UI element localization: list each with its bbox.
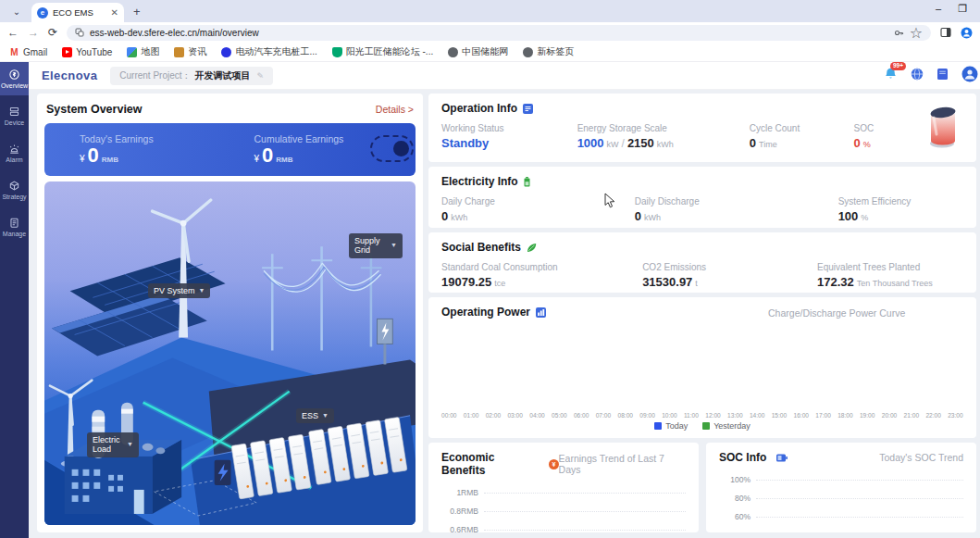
legend-today[interactable]: Today: [654, 421, 688, 431]
bookmark-youtube[interactable]: YouTube: [62, 47, 112, 57]
browser-tab[interactable]: e ECO EMS ✕: [31, 3, 124, 22]
coal-consumption-field: Standard Coal Consumption 19079.25tce: [441, 262, 642, 289]
url-text[interactable]: ess-web-dev.sfere-elec.cn/main/overview: [90, 28, 888, 38]
soc-field: SOC 0 %: [854, 123, 917, 150]
daily-discharge-field: Daily Discharge 0kWh: [635, 196, 838, 223]
blue-battery-icon: [776, 453, 788, 463]
today-color-swatch: [654, 422, 662, 430]
news-icon: [174, 47, 184, 57]
x-axis-tick: 22:00: [925, 412, 941, 419]
supply-grid-label[interactable]: Supply Grid ▼: [349, 233, 403, 258]
bookmark-cnesa[interactable]: 中国储能网: [448, 45, 508, 58]
details-link[interactable]: Details >: [376, 104, 414, 115]
chevron-down-icon: ▼: [199, 287, 205, 294]
field-label: Standard Coal Consumption: [441, 262, 642, 272]
x-axis-tick: 01:00: [464, 412, 479, 419]
sidebar-item-device[interactable]: Device: [0, 99, 29, 132]
field-unit: kWh: [644, 213, 661, 222]
sidebar-item-manage[interactable]: Manage: [0, 210, 29, 244]
pv-system-label[interactable]: PV System ▼: [148, 283, 210, 298]
alarm-icon: [8, 143, 20, 155]
earnings-unit: RMB: [102, 156, 118, 164]
tab-close-icon[interactable]: ✕: [111, 7, 118, 18]
baidu-icon: [221, 47, 231, 57]
y-axis-tick: 0.8RMB: [441, 507, 478, 516]
back-icon[interactable]: ←: [7, 26, 19, 39]
sidebar-item-overview[interactable]: Overview: [0, 62, 29, 95]
bookmark-newtab-page[interactable]: 新标签页: [523, 45, 574, 58]
power-unit: kW: [607, 140, 619, 149]
forward-icon[interactable]: →: [28, 26, 39, 39]
operating-power-title: Operating Power: [441, 306, 530, 319]
soc-chart-subtitle: Today's SOC Trend: [879, 452, 963, 463]
system-efficiency-field: System Efficiency 100%: [838, 196, 963, 223]
currency-symbol: ¥: [254, 154, 259, 164]
bookmark-label: 资讯: [188, 45, 206, 58]
browser-profile-avatar[interactable]: [961, 27, 973, 39]
field-label: Working Status: [441, 123, 577, 133]
bookmark-news[interactable]: 资讯: [174, 45, 206, 58]
window-restore-icon[interactable]: ❐: [958, 3, 967, 15]
economic-benefits-panel: Economic Benefits ¥ Earnings Trend of La…: [428, 443, 699, 532]
operation-info-title: Operation Info: [441, 102, 517, 115]
sidebar-item-label: Alarm: [6, 156, 22, 163]
field-unit: kWh: [451, 213, 467, 222]
field-label: Energy Storage Scale: [577, 123, 750, 133]
side-panel-icon[interactable]: [940, 27, 951, 38]
todays-earnings: Today's Earnings ¥ 0 RMB: [44, 133, 218, 166]
x-axis-tick: 04:00: [529, 412, 545, 419]
sidebar-item-label: Manage: [3, 231, 26, 237]
economic-chart-grid: 1RMB 0.8RMB 0.6RMB 0.4RMB: [441, 483, 686, 532]
sidebar-item-strategy[interactable]: Strategy: [0, 173, 29, 206]
current-project-selector[interactable]: Current Project： 开发调试项目 ✎: [110, 67, 273, 85]
social-benefits-panel: Social Benefits Standard Coal Consumptio…: [428, 232, 976, 293]
manage-icon: [8, 217, 20, 229]
tab-search-chevron-icon[interactable]: ⌄: [7, 2, 26, 20]
y-axis-tick: 60%: [719, 512, 751, 521]
reload-icon[interactable]: ⟳: [48, 26, 57, 39]
electric-load-label[interactable]: Electric Load ▼: [87, 432, 139, 457]
grid-row: 1RMB: [441, 483, 686, 502]
cumulative-earnings: Cumulative Earnings ¥ 0 RMB: [218, 133, 392, 166]
grid-row: 40%: [719, 526, 963, 532]
field-unit: %: [861, 213, 868, 222]
notifications-button[interactable]: 99+: [884, 67, 898, 84]
co2-emissions-field: CO2 Emissions 31530.97t: [642, 262, 817, 289]
legend-yesterday[interactable]: Yesterday: [702, 421, 751, 431]
x-axis-tick: 13:00: [727, 412, 743, 419]
bookmark-label: YouTube: [76, 47, 112, 57]
language-button[interactable]: [911, 68, 924, 84]
economic-benefits-title: Economic Benefits: [441, 451, 539, 477]
sidebar-item-alarm[interactable]: Alarm: [0, 136, 29, 169]
field-unit: tce: [494, 279, 505, 288]
grid-row: 80%: [719, 489, 963, 507]
bookmark-ev-charging[interactable]: 电动汽车充电桩工...: [221, 45, 316, 58]
gridline: [756, 498, 963, 499]
site-info-icon[interactable]: [75, 28, 84, 37]
bookmark-solar-forum[interactable]: 阳光工匠储能论坛 -...: [332, 45, 433, 58]
power-chart-legend: Today Yesterday: [441, 421, 963, 431]
power-chart-x-axis: 00:0001:0002:0003:0004:0005:0006:0007:00…: [441, 412, 963, 419]
x-axis-tick: 16:00: [794, 412, 810, 419]
app-sidebar: Overview Device Alarm Strategy Manage: [0, 62, 29, 538]
capacity-unit: kWh: [657, 140, 674, 149]
globe-icon: [911, 68, 924, 81]
field-unit: Time: [759, 140, 777, 149]
main-content: System Overview Details > Today's Earnin…: [29, 90, 980, 538]
globe-icon: [448, 47, 458, 57]
new-tab-button[interactable]: +: [133, 5, 141, 19]
password-key-icon[interactable]: [894, 28, 904, 38]
legend-label: Today: [665, 421, 688, 431]
window-minimize-icon[interactable]: –: [936, 3, 941, 15]
edit-project-icon[interactable]: ✎: [257, 71, 265, 81]
bookmark-star-icon[interactable]: ☆: [910, 24, 923, 42]
bookmark-maps[interactable]: 地图: [127, 45, 159, 58]
window-controls: – ❐: [936, 3, 980, 22]
bookmark-gmail[interactable]: MGmail: [9, 47, 47, 57]
manual-button[interactable]: [937, 68, 949, 84]
ess-label[interactable]: ESS ▼: [296, 408, 334, 423]
user-avatar[interactable]: [961, 66, 978, 86]
gridline: [484, 511, 686, 512]
url-bar[interactable]: ess-web-dev.sfere-elec.cn/main/overview …: [67, 25, 931, 41]
gridline: [484, 530, 686, 531]
